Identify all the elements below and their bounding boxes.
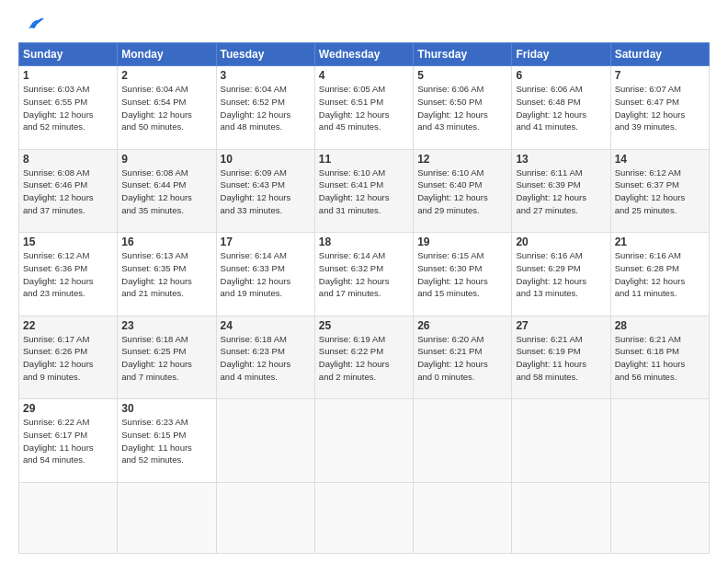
calendar-week-row: 22Sunrise: 6:17 AMSunset: 6:26 PMDayligh… xyxy=(19,316,710,399)
day-info: Sunrise: 6:18 AMSunset: 6:25 PMDaylight:… xyxy=(121,333,211,384)
day-number: 22 xyxy=(23,319,113,332)
day-number: 28 xyxy=(615,319,705,332)
day-number: 11 xyxy=(319,153,409,166)
calendar-cell: 23Sunrise: 6:18 AMSunset: 6:25 PMDayligh… xyxy=(118,316,216,399)
calendar-cell xyxy=(118,482,216,553)
calendar-cell: 10Sunrise: 6:09 AMSunset: 6:43 PMDayligh… xyxy=(216,149,314,233)
day-info: Sunrise: 6:16 AMSunset: 6:28 PMDaylight:… xyxy=(615,249,705,300)
calendar-cell: 1Sunrise: 6:03 AMSunset: 6:55 PMDaylight… xyxy=(19,66,118,150)
calendar-cell: 9Sunrise: 6:08 AMSunset: 6:44 PMDaylight… xyxy=(118,149,216,233)
calendar-cell xyxy=(610,399,709,483)
day-info: Sunrise: 6:12 AMSunset: 6:36 PMDaylight:… xyxy=(23,249,113,300)
day-number: 8 xyxy=(23,153,113,166)
calendar-cell: 22Sunrise: 6:17 AMSunset: 6:26 PMDayligh… xyxy=(19,316,118,399)
day-info: Sunrise: 6:07 AMSunset: 6:47 PMDaylight:… xyxy=(615,83,705,133)
day-info: Sunrise: 6:22 AMSunset: 6:17 PMDaylight:… xyxy=(23,416,113,466)
calendar-cell xyxy=(512,482,610,553)
weekday-header-row: SundayMondayTuesdayWednesdayThursdayFrid… xyxy=(19,43,710,66)
calendar-table: SundayMondayTuesdayWednesdayThursdayFrid… xyxy=(18,42,710,554)
calendar-week-row: 8Sunrise: 6:08 AMSunset: 6:46 PMDaylight… xyxy=(19,149,710,233)
day-number: 2 xyxy=(121,69,211,82)
calendar-cell xyxy=(216,399,314,483)
calendar-cell xyxy=(512,399,610,483)
day-info: Sunrise: 6:09 AMSunset: 6:43 PMDaylight:… xyxy=(221,167,311,217)
day-info: Sunrise: 6:11 AMSunset: 6:39 PMDaylight:… xyxy=(516,167,606,217)
weekday-header-thursday: Thursday xyxy=(414,43,512,66)
calendar-cell: 14Sunrise: 6:12 AMSunset: 6:37 PMDayligh… xyxy=(610,149,709,233)
calendar-cell: 2Sunrise: 6:04 AMSunset: 6:54 PMDaylight… xyxy=(118,66,216,150)
day-number: 4 xyxy=(319,69,409,82)
day-info: Sunrise: 6:12 AMSunset: 6:37 PMDaylight:… xyxy=(615,167,705,217)
calendar-cell: 27Sunrise: 6:21 AMSunset: 6:19 PMDayligh… xyxy=(512,316,610,399)
day-number: 26 xyxy=(417,319,507,332)
calendar-cell: 18Sunrise: 6:14 AMSunset: 6:32 PMDayligh… xyxy=(314,233,413,316)
day-info: Sunrise: 6:05 AMSunset: 6:51 PMDaylight:… xyxy=(319,83,409,133)
calendar-cell xyxy=(314,482,413,553)
weekday-header-friday: Friday xyxy=(512,43,610,66)
calendar-cell: 13Sunrise: 6:11 AMSunset: 6:39 PMDayligh… xyxy=(512,149,610,233)
day-number: 15 xyxy=(23,236,113,248)
day-number: 30 xyxy=(121,402,211,415)
weekday-header-tuesday: Tuesday xyxy=(216,43,314,66)
weekday-header-saturday: Saturday xyxy=(610,43,709,66)
day-info: Sunrise: 6:10 AMSunset: 6:41 PMDaylight:… xyxy=(319,167,409,217)
calendar-cell: 6Sunrise: 6:06 AMSunset: 6:48 PMDaylight… xyxy=(512,66,610,150)
day-number: 9 xyxy=(121,153,211,166)
day-info: Sunrise: 6:21 AMSunset: 6:18 PMDaylight:… xyxy=(615,333,705,384)
day-info: Sunrise: 6:14 AMSunset: 6:32 PMDaylight:… xyxy=(319,249,409,300)
day-number: 12 xyxy=(417,153,507,166)
weekday-header-wednesday: Wednesday xyxy=(314,43,413,66)
day-info: Sunrise: 6:03 AMSunset: 6:55 PMDaylight:… xyxy=(23,83,113,133)
day-number: 16 xyxy=(121,236,211,248)
day-info: Sunrise: 6:10 AMSunset: 6:40 PMDaylight:… xyxy=(417,167,507,217)
calendar-cell: 7Sunrise: 6:07 AMSunset: 6:47 PMDaylight… xyxy=(610,66,709,150)
day-number: 13 xyxy=(516,153,606,166)
day-info: Sunrise: 6:15 AMSunset: 6:30 PMDaylight:… xyxy=(417,249,507,300)
day-info: Sunrise: 6:20 AMSunset: 6:21 PMDaylight:… xyxy=(417,333,507,384)
day-number: 24 xyxy=(221,319,311,332)
calendar-cell: 8Sunrise: 6:08 AMSunset: 6:46 PMDaylight… xyxy=(19,149,118,233)
calendar-cell: 12Sunrise: 6:10 AMSunset: 6:40 PMDayligh… xyxy=(414,149,512,233)
logo xyxy=(18,17,48,35)
day-info: Sunrise: 6:17 AMSunset: 6:26 PMDaylight:… xyxy=(23,333,113,384)
day-number: 20 xyxy=(516,236,606,248)
calendar-cell xyxy=(414,482,512,553)
calendar-cell: 29Sunrise: 6:22 AMSunset: 6:17 PMDayligh… xyxy=(19,399,118,483)
calendar-week-row: 1Sunrise: 6:03 AMSunset: 6:55 PMDaylight… xyxy=(19,66,710,150)
calendar-cell: 17Sunrise: 6:14 AMSunset: 6:33 PMDayligh… xyxy=(216,233,314,316)
calendar-cell xyxy=(216,482,314,553)
day-info: Sunrise: 6:16 AMSunset: 6:29 PMDaylight:… xyxy=(516,249,606,300)
calendar-cell: 4Sunrise: 6:05 AMSunset: 6:51 PMDaylight… xyxy=(314,66,413,150)
day-info: Sunrise: 6:06 AMSunset: 6:48 PMDaylight:… xyxy=(516,83,606,133)
header xyxy=(18,17,710,35)
day-info: Sunrise: 6:19 AMSunset: 6:22 PMDaylight:… xyxy=(319,333,409,384)
day-number: 3 xyxy=(221,69,311,82)
calendar-cell: 21Sunrise: 6:16 AMSunset: 6:28 PMDayligh… xyxy=(610,233,709,316)
calendar-week-row: 15Sunrise: 6:12 AMSunset: 6:36 PMDayligh… xyxy=(19,233,710,316)
day-info: Sunrise: 6:23 AMSunset: 6:15 PMDaylight:… xyxy=(121,416,211,466)
day-number: 6 xyxy=(516,69,606,82)
day-number: 18 xyxy=(319,236,409,248)
calendar-cell: 11Sunrise: 6:10 AMSunset: 6:41 PMDayligh… xyxy=(314,149,413,233)
calendar-cell: 25Sunrise: 6:19 AMSunset: 6:22 PMDayligh… xyxy=(314,316,413,399)
day-number: 25 xyxy=(319,319,409,332)
calendar-cell: 15Sunrise: 6:12 AMSunset: 6:36 PMDayligh… xyxy=(19,233,118,316)
calendar-week-row: 29Sunrise: 6:22 AMSunset: 6:17 PMDayligh… xyxy=(19,399,710,483)
page: SundayMondayTuesdayWednesdayThursdayFrid… xyxy=(0,0,728,563)
day-number: 5 xyxy=(417,69,507,82)
day-info: Sunrise: 6:08 AMSunset: 6:44 PMDaylight:… xyxy=(121,167,211,217)
day-number: 10 xyxy=(221,153,311,166)
calendar-cell: 19Sunrise: 6:15 AMSunset: 6:30 PMDayligh… xyxy=(414,233,512,316)
weekday-header-sunday: Sunday xyxy=(19,43,118,66)
day-info: Sunrise: 6:14 AMSunset: 6:33 PMDaylight:… xyxy=(221,249,311,300)
calendar-cell xyxy=(414,399,512,483)
day-number: 1 xyxy=(23,69,113,82)
calendar-cell xyxy=(314,399,413,483)
day-number: 29 xyxy=(23,402,113,415)
day-number: 14 xyxy=(615,153,705,166)
day-info: Sunrise: 6:18 AMSunset: 6:23 PMDaylight:… xyxy=(221,333,311,384)
day-number: 23 xyxy=(121,319,211,332)
day-number: 17 xyxy=(221,236,311,248)
day-number: 27 xyxy=(516,319,606,332)
day-info: Sunrise: 6:04 AMSunset: 6:52 PMDaylight:… xyxy=(221,83,311,133)
